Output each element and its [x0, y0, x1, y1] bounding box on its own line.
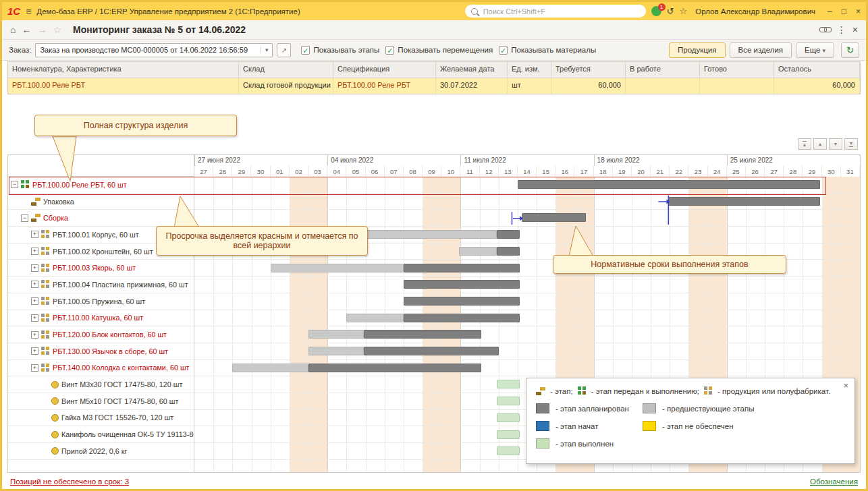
gantt-bar[interactable]: [497, 230, 520, 239]
gantt-bar[interactable]: [364, 347, 499, 355]
close-form-icon[interactable]: ×: [852, 24, 858, 35]
gantt-chart-row: [194, 177, 860, 194]
column-header[interactable]: Готово: [700, 62, 774, 78]
forward-button[interactable]: →: [37, 24, 47, 35]
gantt-bar[interactable]: [522, 213, 587, 222]
all-items-button[interactable]: Все изделия: [730, 42, 792, 58]
gantt-tree-row[interactable]: +РБТ.100.03 Якорь, 60 шт: [8, 260, 194, 277]
gantt-tree-row[interactable]: +РБТ.100.04 Пластина прижимная, 60 шт: [8, 277, 194, 293]
gantt-tree-row[interactable]: Винт М3х30 ГОСТ 17475-80, 120 шт: [8, 376, 194, 393]
main-menu-icon[interactable]: ≡: [26, 6, 31, 17]
gantt-bar[interactable]: [497, 247, 520, 256]
gantt-bar[interactable]: [459, 247, 497, 256]
products-button[interactable]: Продукция: [669, 42, 726, 58]
checkbox-check-icon[interactable]: ✓: [301, 46, 310, 55]
open-order-button[interactable]: ↗: [277, 43, 291, 57]
column-header[interactable]: Осталось: [774, 62, 860, 78]
gantt-bar[interactable]: [308, 364, 481, 372]
scroll-bottom-button[interactable]: ▼: [844, 138, 858, 150]
expander-icon[interactable]: +: [31, 364, 38, 372]
gantt-bar[interactable]: [404, 314, 520, 322]
gantt-bar[interactable]: [364, 330, 482, 339]
expander-icon[interactable]: +: [31, 281, 38, 288]
gantt-tree-row[interactable]: +РБТ.130.00 Язычок в сборе, 60 шт: [8, 343, 194, 360]
gantt-bar[interactable]: [308, 347, 364, 355]
more-button[interactable]: Еще▾: [796, 42, 834, 58]
gantt-bar[interactable]: [404, 264, 520, 272]
table-row[interactable]: РБТ.100.00 Реле РБТСклад готовой продукц…: [8, 78, 860, 94]
expander-icon[interactable]: −: [11, 181, 18, 188]
gantt-bar[interactable]: [497, 446, 520, 455]
gantt-bar[interactable]: [497, 430, 520, 439]
gantt-tree-row[interactable]: +РБТ.140.00 Колодка с контактами, 60 шт: [8, 360, 194, 377]
column-header[interactable]: Желаемая дата: [436, 62, 508, 78]
expander-icon[interactable]: +: [31, 264, 38, 272]
gantt-tree-row[interactable]: −Сборка: [8, 210, 194, 227]
legend-link[interactable]: Обозначения: [810, 478, 858, 486]
gantt-bar[interactable]: [404, 280, 520, 289]
gantt-tree-row[interactable]: Гайка М3 ГОСТ 15526-70, 120 шт: [8, 410, 194, 427]
gantt-tree-row[interactable]: Припой 2022, 0,6 кг: [8, 443, 194, 460]
expander-icon[interactable]: +: [31, 248, 38, 255]
gantt-bar[interactable]: [497, 397, 520, 405]
gantt-bar[interactable]: [308, 330, 364, 339]
expander-icon[interactable]: −: [21, 214, 28, 222]
gantt-tree-row[interactable]: +РБТ.120.00 Блок контактов, 60 шт: [8, 326, 194, 343]
favorites-icon[interactable]: ☆: [680, 6, 688, 16]
gantt-bar[interactable]: [518, 180, 820, 189]
gantt-bar[interactable]: [232, 364, 308, 372]
minimize-button[interactable]: –: [828, 7, 832, 16]
kebab-menu-icon[interactable]: ⋮: [837, 24, 846, 35]
column-header[interactable]: Ед. изм.: [508, 62, 551, 78]
user-name[interactable]: Орлов Александр Владимирович: [695, 7, 815, 16]
column-header[interactable]: Склад: [239, 62, 333, 78]
gantt-bar[interactable]: [497, 413, 520, 422]
gantt-tree-row[interactable]: Канифоль очищенная ОК-5 ТУ 19113-84, 1,2…: [8, 426, 194, 443]
checkbox-check-icon[interactable]: ✓: [499, 46, 508, 55]
unsupplied-positions-link[interactable]: Позиций не обеспечено в срок: 3: [10, 478, 129, 486]
chevron-down-icon[interactable]: ▾: [261, 47, 272, 53]
home-icon[interactable]: ⌂: [10, 24, 16, 35]
scroll-top-button[interactable]: ▲: [798, 138, 811, 150]
scroll-down-button[interactable]: ▼: [829, 138, 842, 150]
expander-icon[interactable]: +: [31, 314, 38, 322]
expander-icon[interactable]: +: [31, 297, 38, 305]
legend-close-icon[interactable]: ×: [843, 380, 848, 391]
expander-icon[interactable]: +: [31, 331, 38, 339]
refresh-button[interactable]: ↻: [841, 42, 859, 58]
global-search[interactable]: [465, 5, 646, 18]
expander-icon[interactable]: +: [31, 347, 38, 355]
checkbox-check-icon[interactable]: ✓: [385, 46, 394, 55]
gantt-bar[interactable]: [668, 197, 820, 206]
expander-icon[interactable]: +: [31, 231, 38, 238]
column-header[interactable]: Номенклатура, Характеристика: [8, 62, 239, 78]
column-header[interactable]: В работе: [626, 62, 700, 78]
gantt-tree-row[interactable]: Упаковка: [8, 194, 194, 210]
filter-checkbox-0[interactable]: ✓Показывать этапы: [301, 46, 379, 55]
gantt-tree-row[interactable]: −РБТ.100.00 Реле РБТ, 60 шт: [8, 177, 194, 194]
column-header[interactable]: Требуется: [551, 62, 626, 78]
back-button[interactable]: ←: [22, 24, 31, 35]
gantt-tree-row[interactable]: +РБТ.100.05 Пружина, 60 шт: [8, 293, 194, 310]
gantt-bar[interactable]: [497, 380, 520, 388]
restore-button[interactable]: □: [842, 7, 846, 16]
scroll-up-button[interactable]: ▲: [813, 138, 827, 150]
favorite-star-icon[interactable]: ☆: [53, 24, 61, 35]
gantt-bar[interactable]: [404, 297, 520, 306]
gantt-tree-row[interactable]: +РБТ.110.00 Катушка, 60 шт: [8, 310, 194, 327]
close-button[interactable]: ×: [856, 7, 861, 16]
search-input[interactable]: [482, 7, 640, 16]
scroll-up-icon: ▲: [818, 142, 823, 146]
filter-checkbox-1[interactable]: ✓Показывать перемещения: [385, 46, 493, 55]
gantt-bar[interactable]: [271, 264, 404, 272]
column-header[interactable]: Спецификация: [333, 62, 436, 78]
link-icon[interactable]: [819, 27, 831, 33]
gantt-chart-row: [194, 210, 860, 227]
history-icon[interactable]: ↺: [667, 6, 674, 16]
gantt-day-label: 30: [822, 166, 841, 177]
filter-checkbox-2[interactable]: ✓Показывать материалы: [499, 46, 596, 55]
gantt-bar[interactable]: [346, 314, 404, 322]
gantt-tree-row[interactable]: Винт М5х10 ГОСТ 17475-80, 60 шт: [8, 393, 194, 410]
notification-icon[interactable]: 1: [651, 6, 661, 16]
order-combobox[interactable]: Заказ на производство МС00-000005 от 14.…: [35, 43, 273, 57]
